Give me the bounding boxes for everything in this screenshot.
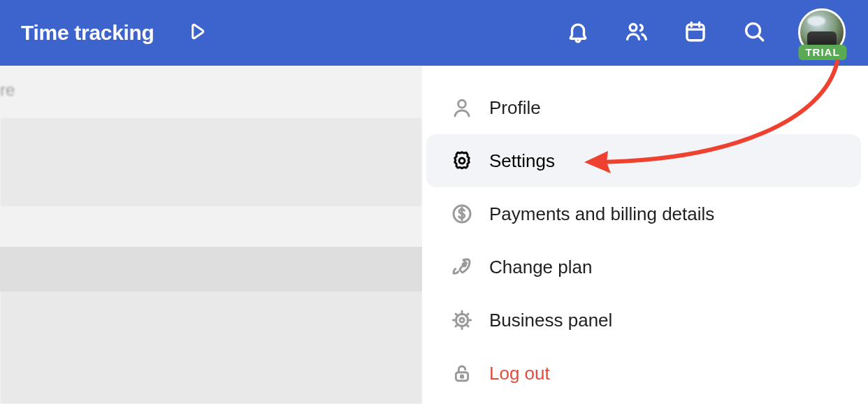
- background-band: [0, 66, 422, 118]
- menu-item-logout[interactable]: Log out: [426, 347, 861, 400]
- notifications-button[interactable]: [566, 20, 590, 46]
- account-menu-button[interactable]: TRIAL: [798, 8, 847, 57]
- helm-wheel-icon: [450, 308, 474, 332]
- svg-rect-9: [456, 373, 468, 381]
- gear-icon: [450, 149, 474, 173]
- trial-badge: TRIAL: [798, 45, 846, 60]
- background-text-fragment: re: [0, 80, 24, 99]
- menu-item-label: Log out: [489, 363, 550, 384]
- menu-item-change-plan[interactable]: Change plan: [426, 240, 861, 294]
- svg-point-3: [458, 100, 466, 108]
- svg-point-10: [461, 375, 463, 377]
- page-title: Time tracking: [21, 21, 154, 45]
- profile-icon: [450, 96, 474, 120]
- search-button[interactable]: [742, 20, 766, 46]
- menu-item-payments[interactable]: Payments and billing details: [426, 187, 861, 240]
- menu-item-business-panel[interactable]: Business panel: [426, 294, 861, 347]
- menu-item-settings[interactable]: Settings: [426, 134, 861, 187]
- background-band: [0, 206, 422, 247]
- svg-point-0: [630, 24, 637, 31]
- menu-item-label: Settings: [489, 150, 555, 172]
- menu-item-label: Business panel: [489, 310, 612, 331]
- bell-icon: [566, 20, 590, 46]
- menu-item-label: Change plan: [489, 257, 592, 278]
- calendar-icon: [683, 20, 707, 46]
- account-dropdown: Profile Settings Payments and billing de…: [422, 66, 868, 404]
- dollar-circle-icon: [450, 202, 474, 226]
- svg-rect-1: [687, 24, 704, 41]
- menu-item-label: Payments and billing details: [489, 203, 714, 225]
- lock-icon: [450, 361, 474, 385]
- people-icon: [625, 20, 649, 46]
- team-button[interactable]: [625, 20, 649, 46]
- background-band: [0, 247, 422, 291]
- menu-item-label: Profile: [489, 97, 541, 119]
- calendar-button[interactable]: [683, 20, 707, 46]
- svg-point-4: [459, 158, 465, 164]
- svg-point-8: [460, 318, 464, 322]
- search-icon: [742, 20, 766, 46]
- rocket-icon: [450, 255, 474, 279]
- menu-item-profile[interactable]: Profile: [426, 81, 861, 134]
- start-timer-button[interactable]: [187, 21, 208, 45]
- play-icon: [187, 21, 208, 45]
- app-header: Time tracking TRIAL: [0, 0, 868, 66]
- header-actions: [566, 20, 766, 46]
